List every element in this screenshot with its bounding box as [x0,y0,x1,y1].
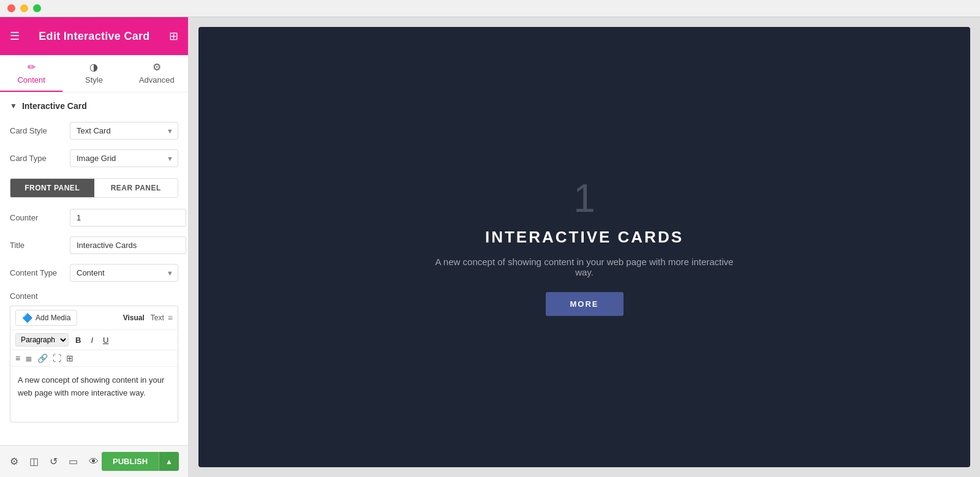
card-type-select[interactable]: Image Grid [70,149,178,167]
visibility-icon[interactable]: 👁 [89,456,99,467]
panel-title: Edit Interactive Card [39,30,149,43]
card-style-control: Text Card ▼ [70,122,178,140]
content-tab-label: Content [17,75,45,85]
card-style-row: Card Style Text Card ▼ [0,117,188,145]
content-type-select[interactable]: Content [70,264,178,282]
tab-bar: ✏ Content ◑ Style ⚙ Advanced [0,55,188,92]
panel-content: ▼ Interactive Card Card Style Text Card … [0,92,188,477]
minimize-button[interactable] [20,4,28,12]
tab-advanced[interactable]: ⚙ Advanced [126,55,188,92]
close-button[interactable] [7,4,15,12]
preview-card: 1 INTERACTIVE CARDS A new concept of sho… [198,27,970,467]
tab-content[interactable]: ✏ Content [0,55,62,92]
underline-button[interactable]: U [100,334,111,346]
ordered-list-icon[interactable]: ≣ [25,353,32,363]
history-icon[interactable]: ↺ [50,456,58,467]
card-type-label: Card Type [10,154,65,163]
format-toolbar: Paragraph B I U [10,330,178,350]
card-more-button[interactable]: MORE [546,292,624,316]
rear-panel-button[interactable]: REAR PANEL [94,179,178,197]
layers-icon[interactable]: ◫ [29,456,39,467]
advanced-tab-label: Advanced [139,75,175,85]
left-panel: ☰ Edit Interactive Card ⊞ ✏ Content ◑ St… [0,17,189,477]
card-description: A new concept of showing content in your… [431,257,737,277]
maximize-button[interactable] [33,4,41,12]
style-tab-label: Style [85,75,103,85]
title-input[interactable] [70,236,186,254]
title-row: Title ≡ [0,231,188,259]
editor-menu-icon[interactable]: ≡ [168,313,173,323]
title-control: ≡ [70,236,188,254]
advanced-tab-icon: ⚙ [153,61,161,73]
bottom-icons: ⚙ ◫ ↺ ▭ 👁 [10,456,99,467]
mac-titlebar [0,0,980,17]
card-style-label: Card Style [10,126,65,135]
content-type-label: Content Type [10,268,65,277]
collapse-arrow-icon[interactable]: ▼ [10,102,17,110]
app-wrapper: ☰ Edit Interactive Card ⊞ ✏ Content ◑ St… [0,17,980,477]
add-media-button[interactable]: 🔷 Add Media [15,310,77,326]
section-header: ▼ Interactive Card [0,92,188,117]
text-tab[interactable]: Text [148,312,167,323]
card-type-row: Card Type Image Grid ▼ [0,145,188,172]
bold-button[interactable]: B [72,334,84,346]
content-type-control: Content ▼ [70,264,178,282]
main-canvas: 1 INTERACTIVE CARDS A new concept of sho… [189,17,980,477]
responsive-icon[interactable]: ▭ [69,456,78,467]
card-title: INTERACTIVE CARDS [485,228,684,247]
unordered-list-icon[interactable]: ≡ [15,353,20,363]
counter-input[interactable] [70,209,186,227]
front-panel-button[interactable]: FRONT PANEL [10,179,94,197]
content-tab-icon: ✏ [28,61,36,73]
card-type-control: Image Grid ▼ [70,149,178,167]
publish-button[interactable]: PUBLISH [102,452,159,471]
paragraph-select[interactable]: Paragraph [15,333,69,347]
counter-label: Counter [10,213,65,222]
table-icon[interactable]: ⊞ [66,353,74,363]
counter-control: ≡ [70,209,188,227]
editor-topbar: 🔷 Add Media Visual Text ≡ [10,306,178,330]
panel-bottom: ⚙ ◫ ↺ ▭ 👁 PUBLISH ▲ [0,445,189,477]
content-type-row: Content Type Content ▼ [0,259,188,287]
settings-icon[interactable]: ⚙ [10,456,18,467]
editor-content[interactable]: A new concept of showing content in your… [10,367,178,422]
publish-dropdown-button[interactable]: ▲ [159,452,179,471]
link-icon[interactable]: 🔗 [37,353,48,363]
hamburger-icon[interactable]: ☰ [10,29,20,43]
panel-header: ☰ Edit Interactive Card ⊞ [0,17,188,55]
counter-row: Counter ≡ [0,204,188,231]
editor-wrapper: 🔷 Add Media Visual Text ≡ Paragraph B [10,306,178,423]
tab-style[interactable]: ◑ Style [62,55,125,92]
editor-view-tabs: Visual Text ≡ [121,312,173,323]
content-label: Content [0,287,188,303]
italic-button[interactable]: I [88,334,96,346]
add-media-label: Add Media [36,314,70,322]
format-toolbar2: ≡ ≣ 🔗 ⛶ ⊞ [10,350,178,367]
grid-icon[interactable]: ⊞ [169,29,178,43]
card-style-select[interactable]: Text Card [70,122,178,140]
visual-tab[interactable]: Visual [121,312,147,323]
publish-group: PUBLISH ▲ [102,452,179,471]
title-label: Title [10,241,65,250]
fullscreen-icon[interactable]: ⛶ [53,353,61,363]
add-media-icon: 🔷 [22,313,32,323]
section-title: Interactive Card [22,101,87,111]
style-tab-icon: ◑ [89,61,98,73]
card-counter: 1 [573,179,595,218]
panel-toggle: FRONT PANEL REAR PANEL [10,178,178,198]
